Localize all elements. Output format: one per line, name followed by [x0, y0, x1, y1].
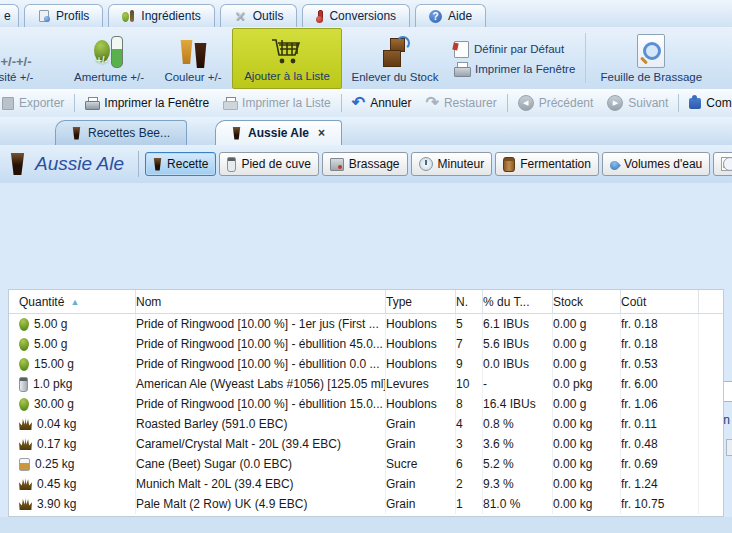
table-row[interactable]: 15.00 g Pride of Ringwood [10.00 %] - éb… [9, 354, 723, 374]
ribbon-bitterness-button[interactable]: +/- Amertume +/- [64, 27, 154, 89]
beer-glass-icon [153, 158, 162, 171]
name-cell: Roasted Barley (591.0 EBC) [136, 417, 287, 431]
ingredient-icon [19, 418, 32, 430]
table-row[interactable]: 0.04 kg Roasted Barley (591.0 EBC) Grain… [9, 414, 723, 434]
menu-tab-profils[interactable]: Profils [24, 4, 103, 27]
stock-cell: 0.0 pkg [553, 377, 592, 391]
bottom-strip [0, 517, 732, 533]
ribbon-set-default-label: Définir par Défaut [474, 43, 564, 55]
ribbon-brew-sheet-button[interactable]: Feuille de Brassage [590, 27, 712, 89]
ribbon-toolbar: +/-+/- sité +/- +/- Amertume +/- Couleur… [0, 27, 732, 90]
date-field-clipped[interactable] [723, 381, 732, 402]
table-row[interactable]: 0.17 kg Caramel/Crystal Malt - 20L (39.4… [9, 434, 723, 454]
order-cell: 3 [456, 437, 463, 451]
addons-button[interactable]: Compléments [682, 96, 732, 110]
tab-fermentation[interactable]: Fermentation [495, 152, 599, 176]
cost-cell: fr. 0.69 [621, 457, 658, 471]
thermometer-icon [316, 10, 323, 23]
menu-tab-outils[interactable]: Outils [220, 4, 298, 27]
ribbon-set-default-button[interactable]: Définir par Défaut [454, 41, 575, 58]
column-header-cout[interactable]: Coût [621, 290, 699, 313]
menu-tab-aide[interactable]: Aide [415, 4, 486, 27]
table-row[interactable]: 5.00 g Pride of Ringwood [10.00 %] - 1er… [9, 314, 723, 334]
column-header-nom[interactable]: Nom [136, 290, 386, 313]
order-cell: 10 [456, 377, 469, 391]
menu-tab-label: Ingrédients [141, 9, 200, 23]
ribbon-remove-stock-label: Enlever du Stock [352, 71, 439, 83]
tab-recette[interactable]: Recette [145, 152, 216, 176]
toolbar-separator [74, 94, 75, 112]
previous-button[interactable]: ◀Précédent [511, 95, 601, 111]
table-row[interactable]: 0.25 kg Cane (Beet) Sugar (0.0 EBC) Sucr… [9, 454, 723, 474]
pct-cell: 3.6 % [483, 437, 514, 451]
undo-button[interactable]: ↶Annuler [345, 96, 419, 110]
order-cell: 8 [456, 397, 463, 411]
ribbon-small-group: Définir par Défaut Imprimer la Fenêtre [448, 27, 581, 89]
stock-cell: 0.00 g [553, 357, 586, 371]
quantity-cell: 3.90 kg [37, 497, 76, 511]
ribbon-density-button[interactable]: +/-+/- sité +/- [0, 27, 64, 89]
quantity-cell: 0.45 kg [37, 477, 76, 491]
ribbon-bitterness-label: Amertume +/- [74, 71, 144, 83]
stock-cell: 0.00 g [553, 317, 586, 331]
density-icon: +/-+/- [0, 34, 31, 68]
table-row[interactable]: 0.45 kg Munich Malt - 20L (39.4 EBC) Gra… [9, 474, 723, 494]
menu-tab-partial[interactable]: e [0, 4, 19, 27]
order-cell: 6 [456, 457, 463, 471]
redo-icon: ↷ [426, 96, 439, 110]
ribbon-print-window-button[interactable]: Imprimer la Fenêtre [454, 62, 575, 76]
table-row[interactable]: 30.00 g Pride of Ringwood [10.00 %] - éb… [9, 394, 723, 414]
ribbon-remove-stock-button[interactable]: Enlever du Stock [342, 27, 448, 89]
table-row[interactable]: 3.90 kg Pale Malt (2 Row) UK (4.9 EBC) G… [9, 494, 723, 514]
type-cell: Houblons [386, 337, 437, 351]
order-cell: 1 [456, 497, 463, 511]
close-tab-icon[interactable]: × [318, 126, 325, 140]
menu-tab-conversions[interactable]: Conversions [302, 4, 410, 27]
quantity-cell: 0.25 kg [35, 457, 74, 471]
column-header-quantite[interactable]: Quantité▲ [19, 290, 136, 313]
type-cell: Houblons [386, 357, 437, 371]
tab-pied-de-cuve[interactable]: Pied de cuve [219, 152, 318, 176]
next-button[interactable]: ▶Suivant [600, 95, 675, 111]
toolbar-separator [341, 94, 342, 112]
tab-minuteur[interactable]: Minuteur [411, 152, 493, 176]
table-row[interactable]: 1.0 pkg American Ale (Wyeast Labs #1056)… [9, 374, 723, 394]
order-cell: 2 [456, 477, 463, 491]
cost-cell: fr. 0.18 [621, 317, 658, 331]
ribbon-color-label: Couleur +/- [164, 71, 221, 83]
clipped-button [723, 157, 732, 171]
ingredient-icon [19, 438, 32, 450]
stock-cell: 0.00 kg [553, 417, 592, 431]
ingredient-table: Quantité▲ Nom Type N. % du T... Stock Co… [8, 289, 724, 517]
pct-cell: 5.6 IBUs [483, 337, 529, 351]
quantity-cell: 0.17 kg [37, 437, 76, 451]
document-tab-bar: Recettes Bee... Aussie Ale× [0, 117, 732, 145]
ribbon-add-to-list-button[interactable]: Ajouter à la Liste [232, 28, 342, 89]
print-list-button[interactable]: Imprimer la Liste [216, 96, 338, 110]
doc-tab-recettes[interactable]: Recettes Bee... [55, 120, 187, 145]
tab-volumes-eau[interactable]: Volumes d'eau [602, 152, 710, 176]
page-title: Aussie Ale [35, 153, 124, 175]
print-window-button[interactable]: Imprimer la Fenêtre [78, 96, 216, 110]
cost-cell: fr. 1.24 [621, 477, 658, 491]
export-button[interactable]: Exporter [0, 96, 71, 110]
menu-tab-ingredients[interactable]: Ingrédients [108, 4, 214, 27]
column-header-stock[interactable]: Stock [553, 290, 621, 313]
name-cell: Pride of Ringwood [10.00 %] - ébullition… [136, 337, 383, 351]
redo-button[interactable]: ↷Restaurer [419, 96, 504, 110]
ingredient-icon [19, 338, 29, 351]
tab-brassage[interactable]: Brassage [322, 152, 408, 176]
column-header-type[interactable]: Type [386, 290, 456, 313]
cost-cell: fr. 0.48 [621, 437, 658, 451]
ribbon-density-label: sité +/- [0, 71, 33, 83]
ribbon-color-button[interactable]: Couleur +/- [154, 27, 232, 89]
doc-tab-aussie-ale[interactable]: Aussie Ale× [215, 120, 342, 145]
color-icon [178, 38, 208, 68]
column-header-pct[interactable]: % du T... [483, 290, 553, 313]
quantity-cell: 0.04 kg [37, 417, 76, 431]
next-icon: ▶ [607, 95, 623, 111]
column-header-n[interactable]: N. [456, 290, 483, 313]
table-row[interactable]: 5.00 g Pride of Ringwood [10.00 %] - ébu… [9, 334, 723, 354]
secondary-toolbar: Exporter Imprimer la Fenêtre Imprimer la… [0, 89, 732, 118]
type-cell: Houblons [386, 317, 437, 331]
